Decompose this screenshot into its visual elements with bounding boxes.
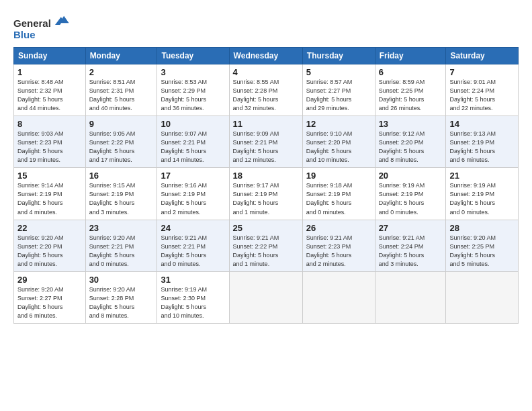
col-header-tuesday: Tuesday — [157, 48, 229, 64]
week-row-5: 29Sunrise: 9:20 AMSunset: 2:27 PMDayligh… — [14, 271, 519, 323]
logo-text: General — [13, 12, 70, 30]
cell-text: Sunrise: 9:20 AMSunset: 2:28 PMDaylight:… — [89, 285, 154, 320]
calendar-cell: 11Sunrise: 9:09 AMSunset: 2:21 PMDayligh… — [229, 116, 302, 168]
calendar-cell: 3Sunrise: 8:53 AMSunset: 2:29 PMDaylight… — [157, 64, 229, 116]
day-number: 9 — [89, 119, 154, 129]
cell-text: Sunrise: 8:53 AMSunset: 2:29 PMDaylight:… — [161, 78, 225, 113]
day-number: 19 — [306, 171, 371, 181]
day-number: 29 — [17, 275, 82, 285]
cell-text: Sunrise: 9:12 AMSunset: 2:20 PMDaylight:… — [379, 130, 443, 165]
day-number: 27 — [379, 223, 443, 233]
logo: General Blue — [13, 12, 70, 40]
calendar-cell — [446, 271, 519, 323]
day-number: 24 — [161, 223, 225, 233]
calendar-cell: 23Sunrise: 9:20 AMSunset: 2:21 PMDayligh… — [85, 220, 157, 271]
day-number: 10 — [161, 119, 225, 129]
cell-text: Sunrise: 9:03 AMSunset: 2:23 PMDaylight:… — [17, 130, 82, 165]
day-number: 22 — [17, 223, 82, 233]
day-number: 2 — [89, 67, 154, 77]
cell-text: Sunrise: 8:48 AMSunset: 2:32 PMDaylight:… — [17, 78, 82, 113]
calendar-cell — [302, 271, 375, 323]
calendar-cell — [229, 271, 302, 323]
col-header-thursday: Thursday — [302, 48, 375, 64]
cell-text: Sunrise: 9:18 AMSunset: 2:19 PMDaylight:… — [306, 181, 371, 216]
svg-marker-1 — [55, 17, 63, 25]
col-header-sunday: Sunday — [14, 48, 86, 64]
calendar-cell: 9Sunrise: 9:05 AMSunset: 2:22 PMDaylight… — [85, 116, 157, 168]
header: General Blue — [13, 12, 519, 40]
cell-text: Sunrise: 9:20 AMSunset: 2:20 PMDaylight:… — [17, 234, 82, 269]
day-number: 6 — [379, 67, 443, 77]
week-row-3: 15Sunrise: 9:14 AMSunset: 2:19 PMDayligh… — [14, 168, 519, 220]
day-number: 26 — [306, 223, 371, 233]
day-number: 3 — [161, 67, 225, 77]
day-number: 11 — [233, 119, 299, 129]
cell-text: Sunrise: 9:20 AMSunset: 2:27 PMDaylight:… — [17, 285, 82, 320]
calendar-cell: 6Sunrise: 8:59 AMSunset: 2:25 PMDaylight… — [375, 64, 446, 116]
cell-text: Sunrise: 8:55 AMSunset: 2:28 PMDaylight:… — [233, 78, 299, 113]
week-row-2: 8Sunrise: 9:03 AMSunset: 2:23 PMDaylight… — [14, 116, 519, 168]
cell-text: Sunrise: 9:21 AMSunset: 2:23 PMDaylight:… — [306, 234, 371, 269]
calendar-table: SundayMondayTuesdayWednesdayThursdayFrid… — [13, 47, 519, 324]
day-number: 12 — [306, 119, 371, 129]
calendar-cell: 21Sunrise: 9:19 AMSunset: 2:19 PMDayligh… — [446, 168, 519, 220]
cell-text: Sunrise: 9:19 AMSunset: 2:30 PMDaylight:… — [161, 285, 225, 320]
calendar-cell: 4Sunrise: 8:55 AMSunset: 2:28 PMDaylight… — [229, 64, 302, 116]
cell-text: Sunrise: 8:51 AMSunset: 2:31 PMDaylight:… — [89, 78, 154, 113]
cell-text: Sunrise: 8:59 AMSunset: 2:25 PMDaylight:… — [379, 78, 443, 113]
calendar-cell: 26Sunrise: 9:21 AMSunset: 2:23 PMDayligh… — [302, 220, 375, 271]
day-number: 16 — [89, 171, 154, 181]
day-number: 13 — [379, 119, 443, 129]
calendar-cell: 18Sunrise: 9:17 AMSunset: 2:19 PMDayligh… — [229, 168, 302, 220]
cell-text: Sunrise: 9:21 AMSunset: 2:24 PMDaylight:… — [379, 234, 443, 269]
calendar-cell: 7Sunrise: 9:01 AMSunset: 2:24 PMDaylight… — [446, 64, 519, 116]
day-number: 5 — [306, 67, 371, 77]
calendar-cell: 8Sunrise: 9:03 AMSunset: 2:23 PMDaylight… — [14, 116, 86, 168]
cell-text: Sunrise: 9:07 AMSunset: 2:21 PMDaylight:… — [161, 130, 225, 165]
col-header-friday: Friday — [375, 48, 446, 64]
calendar-cell: 13Sunrise: 9:12 AMSunset: 2:20 PMDayligh… — [375, 116, 446, 168]
day-number: 28 — [449, 223, 515, 233]
cell-text: Sunrise: 9:21 AMSunset: 2:22 PMDaylight:… — [233, 234, 299, 269]
cell-text: Sunrise: 9:15 AMSunset: 2:19 PMDaylight:… — [89, 181, 154, 216]
day-number: 7 — [449, 67, 515, 77]
calendar-cell: 1Sunrise: 8:48 AMSunset: 2:32 PMDaylight… — [14, 64, 86, 116]
calendar-cell: 12Sunrise: 9:10 AMSunset: 2:20 PMDayligh… — [302, 116, 375, 168]
calendar-cell: 24Sunrise: 9:21 AMSunset: 2:21 PMDayligh… — [157, 220, 229, 271]
page: General Blue SundayMondayTuesdayWednesda… — [0, 0, 532, 411]
day-number: 1 — [17, 67, 82, 77]
week-row-4: 22Sunrise: 9:20 AMSunset: 2:20 PMDayligh… — [14, 220, 519, 271]
day-number: 25 — [233, 223, 299, 233]
cell-text: Sunrise: 9:17 AMSunset: 2:19 PMDaylight:… — [233, 181, 299, 216]
calendar-cell: 15Sunrise: 9:14 AMSunset: 2:19 PMDayligh… — [14, 168, 86, 220]
cell-text: Sunrise: 9:05 AMSunset: 2:22 PMDaylight:… — [89, 130, 154, 165]
day-number: 15 — [17, 171, 82, 181]
calendar-cell: 25Sunrise: 9:21 AMSunset: 2:22 PMDayligh… — [229, 220, 302, 271]
calendar-cell: 2Sunrise: 8:51 AMSunset: 2:31 PMDaylight… — [85, 64, 157, 116]
calendar-cell: 20Sunrise: 9:19 AMSunset: 2:19 PMDayligh… — [375, 168, 446, 220]
cell-text: Sunrise: 9:20 AMSunset: 2:25 PMDaylight:… — [449, 234, 515, 269]
cell-text: Sunrise: 9:10 AMSunset: 2:20 PMDaylight:… — [306, 130, 371, 165]
calendar-cell: 16Sunrise: 9:15 AMSunset: 2:19 PMDayligh… — [85, 168, 157, 220]
calendar-cell: 17Sunrise: 9:16 AMSunset: 2:19 PMDayligh… — [157, 168, 229, 220]
calendar-cell: 29Sunrise: 9:20 AMSunset: 2:27 PMDayligh… — [14, 271, 86, 323]
calendar-cell: 30Sunrise: 9:20 AMSunset: 2:28 PMDayligh… — [85, 271, 157, 323]
cell-text: Sunrise: 9:21 AMSunset: 2:21 PMDaylight:… — [161, 234, 225, 269]
calendar-cell: 5Sunrise: 8:57 AMSunset: 2:27 PMDaylight… — [302, 64, 375, 116]
calendar-cell: 19Sunrise: 9:18 AMSunset: 2:19 PMDayligh… — [302, 168, 375, 220]
day-number: 18 — [233, 171, 299, 181]
day-number: 17 — [161, 171, 225, 181]
cell-text: Sunrise: 9:19 AMSunset: 2:19 PMDaylight:… — [449, 181, 515, 216]
day-number: 23 — [89, 223, 154, 233]
cell-text: Sunrise: 9:19 AMSunset: 2:19 PMDaylight:… — [379, 181, 443, 216]
day-number: 21 — [449, 171, 515, 181]
calendar-cell: 28Sunrise: 9:20 AMSunset: 2:25 PMDayligh… — [446, 220, 519, 271]
cell-text: Sunrise: 9:14 AMSunset: 2:19 PMDaylight:… — [17, 181, 82, 216]
cell-text: Sunrise: 8:57 AMSunset: 2:27 PMDaylight:… — [306, 78, 371, 113]
cell-text: Sunrise: 9:13 AMSunset: 2:19 PMDaylight:… — [449, 130, 515, 165]
day-number: 20 — [379, 171, 443, 181]
calendar-cell — [375, 271, 446, 323]
calendar-cell: 27Sunrise: 9:21 AMSunset: 2:24 PMDayligh… — [375, 220, 446, 271]
col-header-monday: Monday — [85, 48, 157, 64]
cell-text: Sunrise: 9:20 AMSunset: 2:21 PMDaylight:… — [89, 234, 154, 269]
